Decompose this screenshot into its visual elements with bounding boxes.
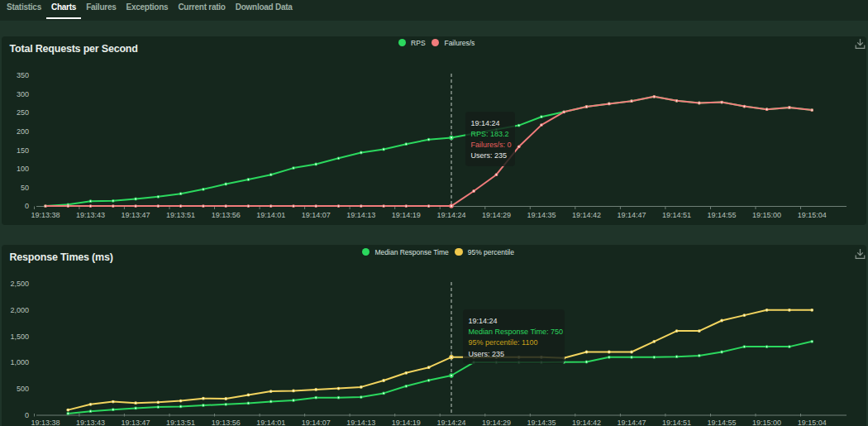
svg-text:19:13:56: 19:13:56 bbox=[212, 211, 241, 219]
svg-text:19:13:43: 19:13:43 bbox=[76, 419, 105, 426]
svg-text:19:13:47: 19:13:47 bbox=[122, 211, 150, 219]
svg-text:19:14:42: 19:14:42 bbox=[572, 419, 601, 426]
svg-text:200: 200 bbox=[17, 127, 29, 136]
svg-text:19:15:00: 19:15:00 bbox=[752, 211, 781, 219]
svg-text:500: 500 bbox=[17, 385, 29, 393]
svg-text:19:14:51: 19:14:51 bbox=[662, 419, 691, 426]
svg-text:19:13:56: 19:13:56 bbox=[212, 419, 241, 426]
svg-text:250: 250 bbox=[17, 108, 29, 117]
svg-text:19:14:55: 19:14:55 bbox=[708, 419, 737, 426]
svg-text:350: 350 bbox=[17, 71, 29, 79]
svg-text:19:14:35: 19:14:35 bbox=[527, 211, 556, 219]
svg-text:100: 100 bbox=[17, 165, 29, 173]
svg-text:150: 150 bbox=[17, 146, 29, 155]
svg-text:19:13:38: 19:13:38 bbox=[31, 211, 60, 219]
svg-text:300: 300 bbox=[17, 90, 29, 98]
svg-text:19:14:07: 19:14:07 bbox=[302, 419, 331, 426]
svg-text:19:14:55: 19:14:55 bbox=[708, 211, 737, 219]
svg-text:19:14:07: 19:14:07 bbox=[302, 211, 331, 219]
svg-text:19:14:35: 19:14:35 bbox=[527, 419, 556, 426]
svg-text:19:13:47: 19:13:47 bbox=[122, 419, 150, 426]
svg-text:19:14:47: 19:14:47 bbox=[617, 419, 646, 426]
svg-text:19:13:51: 19:13:51 bbox=[166, 211, 195, 219]
svg-text:1,500: 1,500 bbox=[10, 333, 29, 341]
svg-text:19:14:13: 19:14:13 bbox=[346, 419, 375, 426]
svg-text:19:14:29: 19:14:29 bbox=[482, 211, 511, 219]
svg-text:1,000: 1,000 bbox=[10, 358, 29, 366]
svg-text:19:14:01: 19:14:01 bbox=[256, 419, 285, 426]
svg-text:19:15:04: 19:15:04 bbox=[798, 211, 827, 219]
svg-text:19:14:51: 19:14:51 bbox=[662, 211, 691, 219]
svg-text:19:14:24: 19:14:24 bbox=[436, 419, 465, 426]
svg-text:19:14:19: 19:14:19 bbox=[392, 211, 421, 219]
svg-text:19:14:29: 19:14:29 bbox=[482, 419, 511, 426]
svg-text:19:14:01: 19:14:01 bbox=[256, 211, 285, 219]
svg-text:19:14:24: 19:14:24 bbox=[436, 211, 465, 219]
svg-text:0: 0 bbox=[25, 411, 29, 419]
svg-text:0: 0 bbox=[25, 202, 29, 210]
svg-text:19:15:00: 19:15:00 bbox=[752, 419, 781, 426]
svg-text:19:14:47: 19:14:47 bbox=[617, 211, 646, 219]
svg-text:19:13:43: 19:13:43 bbox=[76, 211, 105, 219]
svg-text:50: 50 bbox=[21, 184, 29, 192]
svg-text:19:13:38: 19:13:38 bbox=[31, 419, 60, 426]
svg-text:19:14:42: 19:14:42 bbox=[572, 211, 601, 219]
svg-text:19:14:13: 19:14:13 bbox=[346, 211, 375, 219]
svg-text:2,000: 2,000 bbox=[10, 306, 29, 314]
svg-text:19:14:19: 19:14:19 bbox=[392, 419, 421, 426]
svg-text:19:13:51: 19:13:51 bbox=[166, 419, 195, 426]
svg-text:19:15:04: 19:15:04 bbox=[798, 419, 827, 426]
svg-text:2,500: 2,500 bbox=[10, 280, 29, 288]
